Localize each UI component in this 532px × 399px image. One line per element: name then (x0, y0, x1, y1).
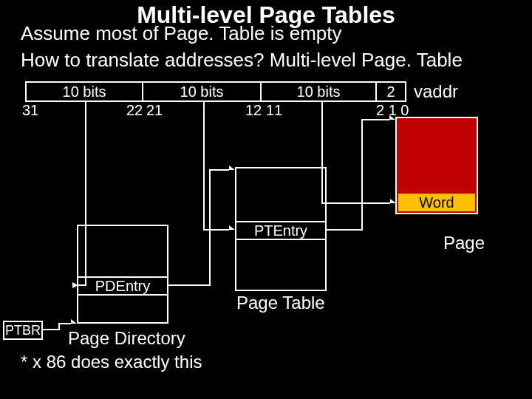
vaddr-label: vaddr (414, 81, 458, 102)
vaddr-bitfield: 10 bits 10 bits 10 bits 2 (25, 81, 406, 102)
body-line-2: How to translate addresses? Multi-level … (21, 49, 463, 72)
pdentry-slot: PDEntry (78, 276, 167, 296)
page-table-label: Page Table (236, 293, 325, 313)
svg-marker-2 (229, 166, 235, 174)
bitfield-word-offset: 2 (377, 81, 406, 102)
svg-marker-0 (71, 319, 77, 328)
page-directory-box (77, 225, 168, 324)
bit-label-12: 12 (245, 102, 262, 119)
svg-marker-3 (229, 225, 235, 234)
bit-label-31: 31 (22, 102, 38, 119)
bitfield-dir-index: 10 bits (25, 81, 143, 102)
bit-label-22: 22 (126, 102, 143, 119)
footnote: * x 86 does exactly this (21, 352, 202, 372)
word-slot: Word (397, 192, 477, 213)
page-label: Page (443, 233, 485, 253)
body-line-1: Assume most of Page. Table is empty (21, 22, 342, 45)
ptentry-slot: PTEntry (236, 221, 325, 240)
bitfield-table-index: 10 bits (143, 81, 262, 102)
page-directory-label: Page Directory (68, 328, 185, 349)
bitfield-page-offset: 10 bits (262, 81, 377, 102)
ptbr-box: PTBR (3, 321, 43, 340)
bit-label-11: 11 (266, 102, 282, 119)
bit-label-21: 21 (146, 102, 163, 119)
